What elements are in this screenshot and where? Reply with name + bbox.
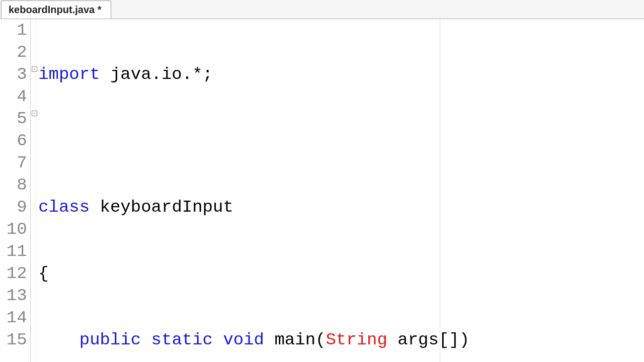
code-line: public static void main(String args[]) (38, 329, 644, 351)
line-number: 15 (0, 329, 27, 351)
line-number: 13 (0, 285, 27, 307)
line-number: 3 (0, 63, 27, 85)
editor-tab[interactable]: keboardInput.java * (1, 1, 111, 19)
tab-bar: keboardInput.java * (0, 0, 644, 19)
line-gutter: 1 2 3 4 5 6 7 8 9 10 11 12 13 14 15 (0, 19, 31, 362)
line-number: 9 (0, 196, 27, 218)
code-editor[interactable]: 1 2 3 4 5 6 7 8 9 10 11 12 13 14 15 - - … (0, 19, 644, 362)
code-line: class keyboardInput (38, 196, 644, 218)
line-number: 1 (0, 19, 27, 41)
line-number: 10 (0, 218, 27, 240)
line-number: 12 (0, 262, 27, 285)
fold-column: - - (31, 19, 36, 362)
line-number: 6 (0, 130, 27, 152)
line-number: 11 (0, 240, 27, 262)
line-number: 2 (0, 41, 27, 63)
line-number: 8 (0, 174, 27, 196)
code-line: { (38, 262, 644, 285)
code-line (38, 130, 644, 152)
line-number: 7 (0, 152, 27, 174)
line-number: 14 (0, 307, 27, 329)
code-area[interactable]: import java.io.*; class keyboardInput { … (36, 19, 644, 362)
code-line: import java.io.*; (38, 63, 644, 85)
line-number: 4 (0, 85, 27, 108)
line-number: 5 (0, 108, 27, 130)
